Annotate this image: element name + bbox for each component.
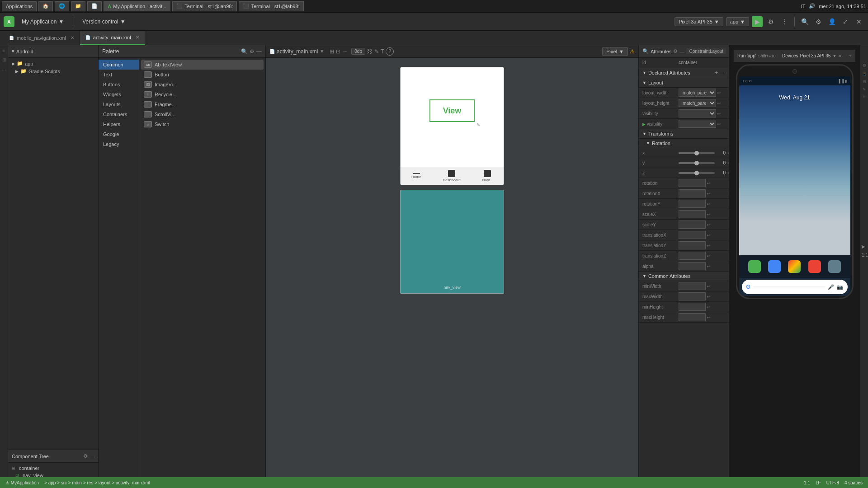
right-sidebar-icon-4[interactable]: ✎ bbox=[862, 87, 867, 92]
app-config-selector[interactable]: app ▼ bbox=[726, 17, 749, 26]
palette-settings-icon[interactable]: ⚙ bbox=[250, 48, 255, 55]
maxHeight-input[interactable] bbox=[679, 313, 706, 321]
palette-search-icon[interactable]: 🔍 bbox=[241, 48, 248, 55]
canvas-icon-2[interactable]: ⊡ bbox=[336, 48, 340, 55]
canvas-dropdown-icon[interactable]: ▼ bbox=[320, 49, 324, 54]
x-slider-thumb[interactable] bbox=[694, 151, 699, 155]
run-button[interactable]: ▶ bbox=[752, 16, 763, 27]
close-window-button[interactable]: ✕ bbox=[854, 16, 864, 27]
maxWidth-reset[interactable]: ↩ bbox=[707, 294, 710, 299]
taskbar-docs[interactable]: 📄 bbox=[87, 1, 102, 11]
tab-close-1[interactable]: ✕ bbox=[71, 35, 74, 40]
palette-cat-containers[interactable]: Containers bbox=[99, 109, 139, 119]
palette-cat-layouts[interactable]: Layouts bbox=[99, 99, 139, 109]
devices-dropdown[interactable]: ▼ bbox=[832, 54, 836, 58]
breadcrumb[interactable]: > app > src > main > res > layout > acti… bbox=[44, 480, 150, 485]
visibility-reset[interactable]: ↩ bbox=[717, 111, 721, 116]
mic-icon[interactable]: 🎤 bbox=[828, 284, 834, 290]
palette-item-imageview[interactable]: 🖼 ImageVi... bbox=[141, 80, 264, 89]
search-button[interactable]: 🔍 bbox=[799, 16, 810, 27]
minHeight-reset[interactable]: ↩ bbox=[707, 305, 710, 310]
right-sidebar-icon-5[interactable]: ≡ bbox=[862, 95, 867, 98]
rotationX-reset[interactable]: ↩ bbox=[707, 191, 710, 196]
rotationY-input[interactable] bbox=[679, 200, 706, 208]
lens-icon[interactable]: 📷 bbox=[837, 284, 843, 290]
taskbar-home[interactable]: 🏠 bbox=[38, 1, 53, 11]
palette-cat-widgets[interactable]: Widgets bbox=[99, 89, 139, 99]
settings-button[interactable]: ⚙ bbox=[765, 16, 776, 27]
z-slider-thumb[interactable] bbox=[694, 171, 699, 175]
scaleX-reset[interactable]: ↩ bbox=[707, 212, 710, 217]
component-tree-minimize[interactable]: — bbox=[90, 454, 94, 459]
attr-search-icon[interactable]: 🔍 bbox=[642, 48, 649, 54]
visibility2-reset[interactable]: ↩ bbox=[717, 122, 721, 127]
y-slider-thumb[interactable] bbox=[694, 161, 699, 165]
devices-tab[interactable]: Devices Pixel 3a API 35 ▼ ✕ bbox=[782, 53, 842, 58]
declared-attributes-section[interactable]: ▼ Declared Attributes + — bbox=[639, 68, 729, 78]
y-slider[interactable] bbox=[679, 162, 715, 164]
taskbar-applications[interactable]: Applications bbox=[2, 1, 37, 11]
palette-item-fragment[interactable]: Fragme... bbox=[141, 99, 264, 109]
right-sidebar-icon-1[interactable]: ⚙ bbox=[862, 63, 867, 68]
translationY-reset[interactable]: ↩ bbox=[707, 243, 710, 248]
rotationY-reset[interactable]: ↩ bbox=[707, 202, 710, 206]
version-control-button[interactable]: Version control ▼ bbox=[79, 17, 129, 27]
tree-item-gradle[interactable]: ▶ 📁 Gradle Scripts bbox=[8, 67, 98, 75]
scale-icon[interactable]: 1:1 bbox=[862, 253, 868, 258]
tab-mobile-navigation[interactable]: 📄 mobile_navigation.xml ✕ bbox=[4, 31, 80, 45]
taskbar-browser[interactable]: 🌐 bbox=[55, 1, 69, 11]
layout-section[interactable]: ▼ Layout bbox=[639, 78, 729, 88]
palette-cat-common[interactable]: Common bbox=[99, 60, 139, 70]
maximize-button[interactable]: ⤢ bbox=[840, 16, 851, 27]
component-tree-settings[interactable]: ⚙ bbox=[83, 453, 88, 459]
more-options-button[interactable]: ⋮ bbox=[779, 16, 790, 27]
tab-close-2[interactable]: ✕ bbox=[136, 35, 139, 40]
canvas-help-button[interactable]: ? bbox=[386, 47, 394, 56]
app-name-button[interactable]: My Application ▼ bbox=[18, 17, 67, 27]
tree-item-app[interactable]: ▶ 📁 app bbox=[8, 60, 98, 67]
expand-icon[interactable]: ▶ bbox=[862, 244, 868, 249]
palette-item-recyclerview[interactable]: ≡ Recycle... bbox=[141, 89, 264, 99]
left-sidebar-icon-3[interactable]: … bbox=[0, 65, 8, 72]
rotationX-input[interactable] bbox=[679, 189, 706, 197]
tab-activity-main[interactable]: 📄 activity_main.xml ✕ bbox=[80, 31, 145, 45]
taskbar-android-studio[interactable]: A My Application - activit... bbox=[104, 1, 170, 11]
account-button[interactable]: 👤 bbox=[826, 16, 837, 27]
palette-item-switch[interactable]: ⊙ Switch bbox=[141, 119, 264, 129]
taskbar-files[interactable]: 📁 bbox=[71, 1, 85, 11]
canvas-icon-6[interactable]: T bbox=[381, 48, 384, 55]
scaleX-input[interactable] bbox=[679, 210, 706, 218]
right-sidebar-icon-3[interactable]: ⊞ bbox=[862, 80, 867, 84]
canvas-icon-1[interactable]: ⊞ bbox=[330, 48, 334, 55]
run-app-button[interactable]: Run 'app' Shift+F10 bbox=[737, 53, 775, 58]
palette-item-scrollview[interactable]: ScrollVi... bbox=[141, 109, 264, 119]
scaleY-input[interactable] bbox=[679, 221, 706, 229]
palette-item-button[interactable]: Button bbox=[141, 70, 264, 80]
minWidth-input[interactable] bbox=[679, 282, 706, 290]
palette-cat-google[interactable]: Google bbox=[99, 129, 139, 139]
visibility2-select[interactable] bbox=[679, 120, 716, 128]
right-sidebar-icon-2[interactable]: 📱 bbox=[862, 71, 867, 76]
view-box[interactable]: View bbox=[429, 99, 475, 122]
preview-add-icon[interactable]: + bbox=[849, 53, 852, 59]
translationZ-reset[interactable]: ↩ bbox=[707, 253, 710, 258]
palette-cat-text[interactable]: Text bbox=[99, 70, 139, 80]
z-slider[interactable] bbox=[679, 172, 715, 174]
alpha-input[interactable] bbox=[679, 262, 706, 270]
maxWidth-input[interactable] bbox=[679, 292, 706, 300]
minWidth-reset[interactable]: ↩ bbox=[707, 284, 710, 289]
palette-cat-legacy[interactable]: Legacy bbox=[99, 139, 139, 149]
preview-search-bar[interactable]: G 🎤 📷 bbox=[742, 280, 848, 294]
canvas-icon-4[interactable]: ⛓ bbox=[367, 48, 373, 55]
palette-minimize-icon[interactable]: — bbox=[256, 48, 262, 55]
left-sidebar-icon-2[interactable]: ⊞ bbox=[0, 56, 8, 63]
canvas-zoom-selector[interactable]: Pixel ▼ bbox=[602, 47, 628, 56]
palette-cat-helpers[interactable]: Helpers bbox=[99, 119, 139, 129]
canvas-icon-5[interactable]: ✎ bbox=[374, 48, 379, 55]
layout-width-select[interactable]: match_parent bbox=[679, 89, 716, 97]
palette-cat-buttons[interactable]: Buttons bbox=[99, 80, 139, 89]
scaleY-reset[interactable]: ↩ bbox=[707, 222, 710, 227]
minHeight-input[interactable] bbox=[679, 303, 706, 311]
layout-width-reset[interactable]: ↩ bbox=[717, 90, 721, 95]
add-declared-button[interactable]: + bbox=[715, 70, 718, 76]
